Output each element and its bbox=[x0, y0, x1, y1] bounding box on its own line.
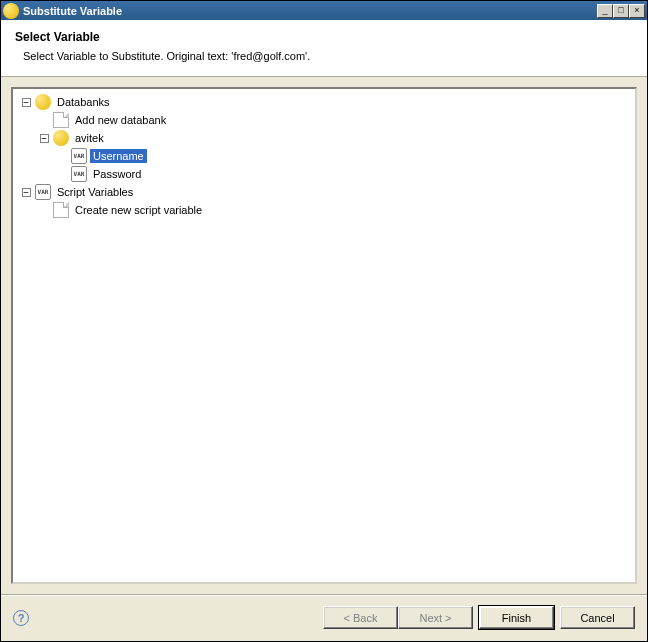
node-label[interactable]: Databanks bbox=[54, 95, 113, 109]
titlebar[interactable]: Substitute Variable _ □ × bbox=[1, 1, 647, 20]
variable-icon: VAR bbox=[71, 166, 87, 182]
tree-node-username[interactable]: VAR Username bbox=[17, 147, 631, 165]
node-label[interactable]: Create new script variable bbox=[72, 203, 205, 217]
close-button[interactable]: × bbox=[629, 4, 645, 18]
variable-icon: VAR bbox=[35, 184, 51, 200]
tree-node-avitek[interactable]: − avitek bbox=[17, 129, 631, 147]
help-icon[interactable]: ? bbox=[13, 610, 29, 626]
new-file-icon bbox=[53, 202, 69, 218]
tree-node-add-databank[interactable]: Add new databank bbox=[17, 111, 631, 129]
footer: ? < Back Next > Finish Cancel bbox=[1, 596, 647, 641]
tree-node-databanks[interactable]: − Databanks bbox=[17, 93, 631, 111]
app-icon bbox=[3, 3, 19, 19]
finish-button[interactable]: Finish bbox=[479, 606, 554, 629]
databank-icon bbox=[53, 130, 69, 146]
page-description: Select Variable to Substitute. Original … bbox=[23, 50, 633, 62]
variable-icon: VAR bbox=[71, 148, 87, 164]
variable-tree[interactable]: − Databanks Add new databank bbox=[11, 87, 637, 584]
new-file-icon bbox=[53, 112, 69, 128]
dialog-window: Substitute Variable _ □ × Select Variabl… bbox=[0, 0, 648, 642]
tree-node-password[interactable]: VAR Password bbox=[17, 165, 631, 183]
page-title: Select Variable bbox=[15, 30, 633, 44]
next-button: Next > bbox=[398, 606, 473, 629]
tree-node-create-script-variable[interactable]: Create new script variable bbox=[17, 201, 631, 219]
expander-icon[interactable]: − bbox=[40, 134, 49, 143]
node-label[interactable]: Add new databank bbox=[72, 113, 169, 127]
minimize-button[interactable]: _ bbox=[597, 4, 613, 18]
back-button: < Back bbox=[323, 606, 398, 629]
node-label[interactable]: avitek bbox=[72, 131, 107, 145]
node-label[interactable]: Script Variables bbox=[54, 185, 136, 199]
maximize-button[interactable]: □ bbox=[613, 4, 629, 18]
node-label[interactable]: Username bbox=[90, 149, 147, 163]
content-area: − Databanks Add new databank bbox=[1, 77, 647, 594]
expander-icon[interactable]: − bbox=[22, 188, 31, 197]
window-title: Substitute Variable bbox=[23, 5, 597, 17]
cancel-button[interactable]: Cancel bbox=[560, 606, 635, 629]
header-panel: Select Variable Select Variable to Subst… bbox=[1, 20, 647, 77]
expander-icon[interactable]: − bbox=[22, 98, 31, 107]
tree-node-script-variables[interactable]: − VAR Script Variables bbox=[17, 183, 631, 201]
window-controls: _ □ × bbox=[597, 4, 645, 18]
databank-icon bbox=[35, 94, 51, 110]
node-label[interactable]: Password bbox=[90, 167, 144, 181]
